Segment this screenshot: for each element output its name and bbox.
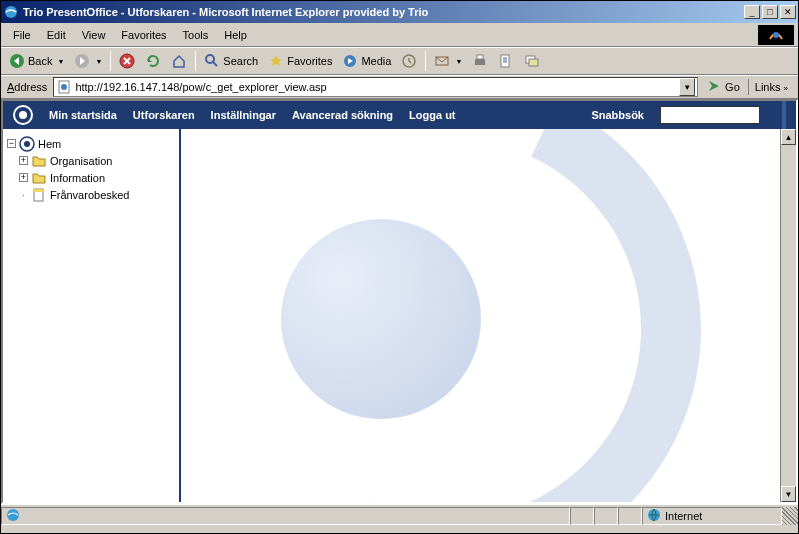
quicksearch-label: Snabbsök — [591, 109, 644, 121]
svg-rect-10 — [475, 59, 485, 65]
home-button[interactable] — [167, 51, 191, 71]
tree-item-label: Organisation — [50, 155, 112, 167]
chevron-down-icon: ▼ — [95, 58, 102, 65]
menu-tools[interactable]: Tools — [175, 27, 217, 43]
status-cell — [570, 507, 594, 525]
media-icon — [342, 53, 358, 69]
tree-root[interactable]: − Hem — [7, 135, 175, 152]
history-button[interactable] — [397, 51, 421, 71]
window-titlebar: Trio PresentOffice - Utforskaren - Micro… — [1, 1, 798, 23]
window-title: Trio PresentOffice - Utforskaren - Micro… — [23, 6, 744, 18]
app-nav-bar: Min startsida Utforskaren Inställningar … — [3, 101, 796, 129]
collapse-icon[interactable]: − — [7, 139, 16, 148]
stop-button[interactable] — [115, 51, 139, 71]
discuss-button[interactable] — [520, 51, 544, 71]
nav-installningar[interactable]: Inställningar — [211, 109, 276, 121]
address-dropdown[interactable]: ▼ — [679, 78, 695, 96]
menu-edit[interactable]: Edit — [39, 27, 74, 43]
discuss-icon — [524, 53, 540, 69]
status-bar: Internet — [1, 504, 798, 526]
home-icon — [171, 53, 187, 69]
address-input[interactable] — [75, 81, 679, 93]
expand-icon[interactable]: + — [19, 156, 28, 165]
quicksearch-input[interactable] — [660, 106, 760, 124]
refresh-icon — [145, 53, 161, 69]
links-button[interactable]: Links » — [748, 79, 794, 95]
document-icon — [31, 187, 47, 203]
search-button[interactable]: Search — [200, 51, 262, 71]
chevron-down-icon: ▼ — [455, 58, 462, 65]
close-button[interactable]: ✕ — [780, 5, 796, 19]
back-button[interactable]: Back ▼ — [5, 51, 68, 71]
folder-icon — [31, 170, 47, 186]
content-area: Min startsida Utforskaren Inställningar … — [1, 99, 798, 504]
edit-button[interactable] — [494, 51, 518, 71]
svg-rect-11 — [477, 55, 483, 59]
page-icon — [56, 79, 72, 95]
forward-icon — [74, 53, 90, 69]
folder-icon — [31, 153, 47, 169]
stop-icon — [119, 53, 135, 69]
tree-item-label: Frånvarobesked — [50, 189, 130, 201]
status-zone: Internet — [642, 507, 782, 525]
mail-icon — [434, 53, 450, 69]
ie-icon — [6, 508, 20, 524]
nav-startsida[interactable]: Min startsida — [49, 109, 117, 121]
vertical-scrollbar[interactable]: ▲ ▼ — [780, 129, 796, 502]
chevron-down-icon: ▼ — [57, 58, 64, 65]
status-cell — [594, 507, 618, 525]
svg-rect-12 — [501, 55, 509, 67]
menu-file[interactable]: File — [5, 27, 39, 43]
forward-button[interactable]: ▼ — [70, 51, 106, 71]
address-input-container[interactable]: ▼ — [53, 77, 698, 97]
menu-help[interactable]: Help — [216, 27, 255, 43]
go-label: Go — [725, 81, 740, 93]
scroll-up-button[interactable]: ▲ — [781, 129, 796, 145]
scroll-down-button[interactable]: ▼ — [781, 486, 796, 502]
refresh-button[interactable] — [141, 51, 165, 71]
menu-favorites[interactable]: Favorites — [113, 27, 174, 43]
tree-item-information[interactable]: + Information — [7, 169, 175, 186]
svg-point-20 — [24, 141, 30, 147]
expand-icon[interactable]: + — [19, 173, 28, 182]
address-label: AAddressddress — [5, 81, 49, 93]
star-icon — [268, 53, 284, 69]
go-button[interactable]: Go — [702, 76, 744, 98]
resize-grip[interactable] — [782, 507, 798, 525]
svg-rect-14 — [529, 59, 538, 66]
tree-item-franvarobesked[interactable]: · Frånvarobesked — [7, 186, 175, 203]
maximize-button[interactable]: □ — [762, 5, 778, 19]
tree-item-organisation[interactable]: + Organisation — [7, 152, 175, 169]
background-swirl — [281, 219, 481, 419]
status-zone-label: Internet — [665, 510, 702, 522]
back-icon — [9, 53, 25, 69]
bar-edge — [782, 101, 786, 129]
go-icon — [706, 78, 722, 96]
status-main — [1, 507, 570, 525]
main-pane: ▲ ▼ — [181, 129, 796, 502]
edit-icon — [498, 53, 514, 69]
ie-throbber — [758, 25, 794, 45]
minimize-button[interactable]: _ — [744, 5, 760, 19]
search-icon — [204, 53, 220, 69]
back-label: Back — [28, 55, 52, 67]
print-button[interactable] — [468, 51, 492, 71]
media-button[interactable]: Media — [338, 51, 395, 71]
tree-root-label: Hem — [38, 138, 61, 150]
ie-icon — [3, 4, 19, 20]
status-cell — [618, 507, 642, 525]
tree-item-label: Information — [50, 172, 105, 184]
svg-point-2 — [773, 32, 779, 38]
nav-logga-ut[interactable]: Logga ut — [409, 109, 455, 121]
print-icon — [472, 53, 488, 69]
tree-panel: − Hem + Organisation + Information · Frå… — [3, 129, 181, 502]
nav-avancerad-sokning[interactable]: Avancerad sökning — [292, 109, 393, 121]
svg-point-6 — [206, 55, 214, 63]
mail-button[interactable]: ▼ — [430, 51, 466, 71]
app-logo-icon — [13, 105, 33, 125]
menu-view[interactable]: View — [74, 27, 114, 43]
svg-rect-22 — [34, 189, 43, 192]
favorites-label: Favorites — [287, 55, 332, 67]
favorites-button[interactable]: Favorites — [264, 51, 336, 71]
nav-utforskaren[interactable]: Utforskaren — [133, 109, 195, 121]
